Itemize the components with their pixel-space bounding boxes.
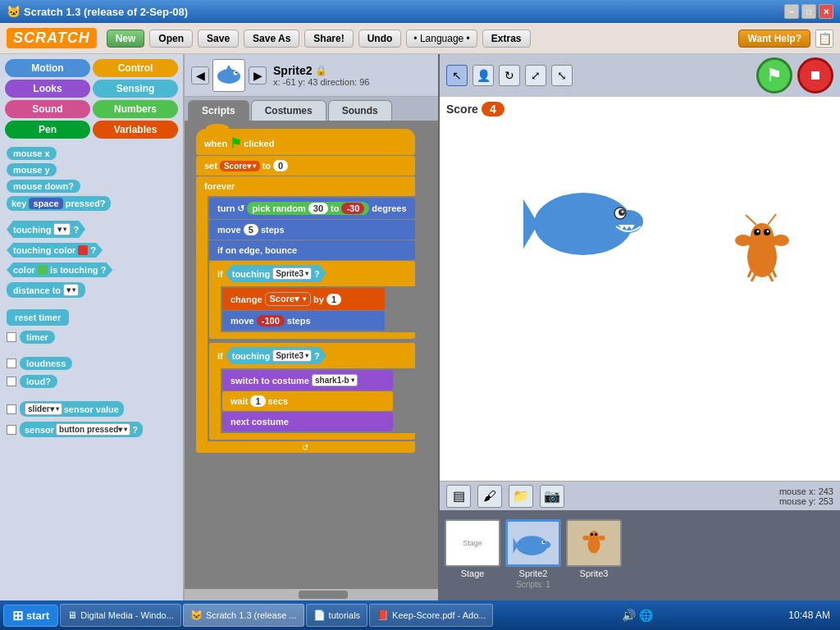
expand-tool[interactable]: ⤢ [525, 65, 546, 86]
prev-sprite-button[interactable]: ◀ [191, 66, 209, 84]
sprite2-sublabel: Scripts: 1 [516, 580, 550, 589]
folder-tool[interactable]: 📁 [509, 485, 533, 508]
category-looks[interactable]: Looks [5, 80, 90, 98]
category-variables[interactable]: Variables [93, 121, 178, 139]
checkbox-sensor[interactable] [7, 425, 16, 435]
block-sensor-button[interactable]: sensor button pressed▾ ? [20, 422, 143, 437]
person-tool[interactable]: 👤 [472, 65, 494, 86]
cursor-tool[interactable]: ↖ [446, 65, 468, 86]
extras-button[interactable]: Extras [482, 30, 531, 48]
taskbar-item-2[interactable]: 📄 tutorials [306, 604, 368, 627]
block-when-clicked[interactable]: when ⚑ clicked [196, 129, 415, 155]
go-button[interactable]: ⚑ [756, 57, 792, 94]
block-wait[interactable]: wait 1 secs [222, 391, 393, 411]
block-distance-to[interactable]: distance to ▾ [7, 282, 85, 298]
checkbox-loudness[interactable] [7, 358, 16, 368]
taskbar-clock: 10:48 AM [782, 609, 837, 621]
close-button[interactable]: ✕ [819, 4, 833, 19]
taskbar-item-1[interactable]: 🐱 Scratch 1.3 (release ... [183, 604, 304, 627]
taskbar-item-3[interactable]: 📕 Keep-Score.pdf - Ado... [369, 604, 493, 627]
svg-point-43 [595, 533, 597, 536]
block-slider-sensor[interactable]: slider▾ sensor value [20, 401, 124, 417]
minimize-button[interactable]: – [784, 4, 799, 19]
undo-button[interactable]: Undo [358, 30, 402, 48]
block-turn-random[interactable]: turn ↺ pick random 30 to -30 degrees [209, 198, 415, 219]
block-forever[interactable]: forever turn ↺ pick random 30 to -30 deg… [196, 176, 415, 453]
block-loudness[interactable]: loudness [20, 357, 72, 370]
svg-point-17 [751, 223, 774, 249]
rotate-tool[interactable]: ↻ [499, 65, 520, 86]
checkbox-loud[interactable] [7, 377, 16, 386]
maximize-button[interactable]: □ [801, 4, 816, 19]
start-button[interactable]: ⊞ start [3, 605, 58, 627]
block-mouse-y[interactable]: mouse y [7, 163, 57, 176]
taskbar: ⊞ start 🖥 Digital Media - Windo... 🐱 Scr… [0, 600, 840, 630]
block-if-on-edge[interactable]: if on edge, bounce [209, 240, 415, 260]
block-touching-color[interactable]: touching color ? [7, 243, 103, 258]
checkbox-timer[interactable] [7, 332, 16, 342]
block-loud[interactable]: loud? [20, 375, 57, 388]
sprite-info: Sprite2 🔒 x: -61 y: 43 direction: 96 [273, 64, 369, 87]
save-button[interactable]: Save [198, 30, 239, 48]
category-sensing[interactable]: Sensing [93, 80, 178, 98]
paint-tool[interactable]: 🖌 [477, 485, 502, 508]
tab-scripts[interactable]: Scripts [188, 100, 249, 121]
open-button[interactable]: Open [149, 30, 193, 48]
block-switch-costume[interactable]: switch to costume shark1-b [222, 370, 393, 390]
block-key-pressed[interactable]: key space pressed? [7, 196, 111, 211]
score-label: Score [446, 103, 478, 116]
shark-sprite[interactable] [522, 162, 653, 269]
tab-sounds[interactable]: Sounds [328, 100, 392, 121]
category-pen[interactable]: Pen [5, 121, 90, 139]
stage-thumb[interactable]: Stage Stage [445, 519, 500, 591]
category-sound[interactable]: Sound [5, 100, 90, 118]
svg-marker-33 [514, 538, 518, 554]
block-mouse-down[interactable]: mouse down? [7, 180, 80, 193]
script-canvas[interactable]: when ⚑ clicked set Score▾ to 0 forever [185, 121, 438, 600]
block-mouse-x[interactable]: mouse x [7, 147, 57, 160]
block-set-score[interactable]: set Score▾ to 0 [196, 156, 415, 176]
scroll-thumb[interactable] [299, 591, 348, 599]
stage-layout-tool[interactable]: ▤ [446, 485, 471, 508]
taskbar-item-0[interactable]: 🖥 Digital Media - Windo... [60, 604, 181, 627]
block-next-costume[interactable]: next costume [222, 412, 393, 431]
block-timer[interactable]: timer [20, 331, 55, 344]
lobster-sprite[interactable] [733, 212, 791, 294]
categories: Motion Control Looks Sensing Sound Numbe… [0, 54, 183, 144]
block-if-touching-2[interactable]: if touching Sprite3 ? switch to costume [209, 343, 415, 440]
svg-point-14 [622, 211, 624, 213]
sprite-name: Sprite2 [273, 64, 312, 77]
category-numbers[interactable]: Numbers [93, 100, 178, 118]
block-touching[interactable]: touching ▾ ? [7, 221, 85, 238]
camera-tool[interactable]: 📷 [540, 485, 564, 508]
block-move-neg100[interactable]: move -100 steps [222, 311, 385, 331]
category-control[interactable]: Control [93, 59, 178, 77]
notebook-icon[interactable]: 📋 [815, 30, 833, 48]
svg-point-39 [589, 531, 599, 541]
checkbox-slider[interactable] [7, 404, 16, 414]
share-button[interactable]: Share! [304, 30, 353, 48]
horizontal-scrollbar[interactable] [185, 589, 438, 600]
svg-marker-5 [523, 199, 538, 249]
block-move5[interactable]: move 5 steps [209, 220, 415, 240]
block-color-touching[interactable]: color is touching ? [7, 262, 112, 277]
score-display: Score 4 [446, 102, 504, 116]
language-button[interactable]: • Language • [406, 30, 477, 48]
sprite-coords: x: -61 y: 43 direction: 96 [273, 77, 369, 87]
svg-line-31 [768, 214, 776, 225]
sprite2-thumb[interactable]: Sprite2 Scripts: 1 [505, 519, 561, 591]
new-button[interactable]: New [107, 30, 145, 48]
next-sprite-button[interactable]: ▶ [249, 66, 267, 84]
shrink-tool[interactable]: ⤡ [551, 65, 573, 86]
stop-button[interactable]: ⏹ [797, 57, 833, 94]
help-button[interactable]: Want Help? [738, 30, 810, 48]
block-if-touching-1[interactable]: if touching Sprite3 ? change [209, 261, 415, 339]
sprite3-thumb[interactable]: Sprite3 [566, 519, 622, 591]
category-motion[interactable]: Motion [5, 59, 90, 77]
window-controls: – □ ✕ [784, 4, 833, 19]
block-reset-timer[interactable]: reset timer [7, 309, 69, 326]
tab-costumes[interactable]: Costumes [251, 100, 326, 121]
block-change-score[interactable]: change Score▾ by 1 [222, 288, 385, 310]
stage-canvas[interactable]: Score 4 [440, 97, 840, 481]
save-as-button[interactable]: Save As [244, 30, 299, 48]
